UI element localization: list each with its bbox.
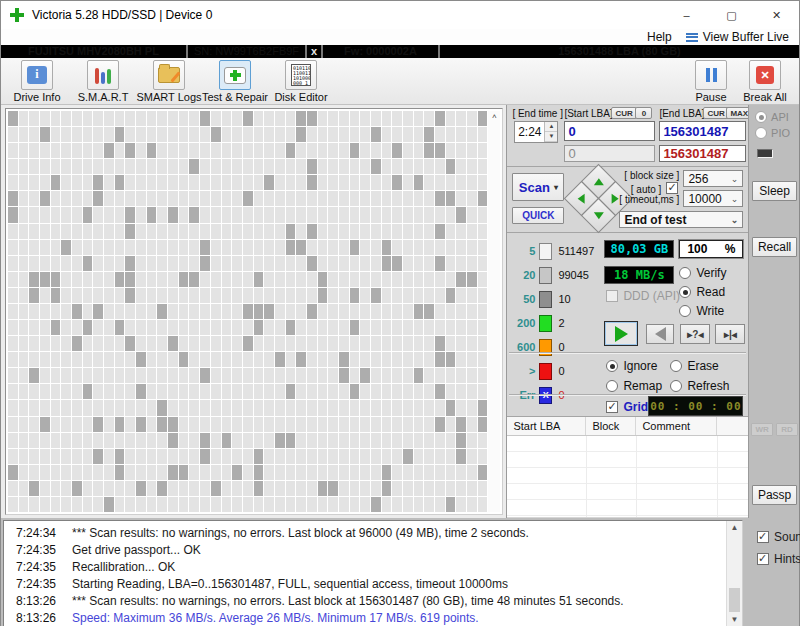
passp-button[interactable]: Passp <box>752 485 797 505</box>
action-radio[interactable]: Erase <box>670 359 718 373</box>
auto-checkbox[interactable] <box>666 182 678 194</box>
break-all-button[interactable]: ✕ Break All <box>739 60 791 103</box>
close-button[interactable]: ✕ <box>754 1 799 29</box>
serial-hide-button[interactable]: x <box>307 45 321 58</box>
col-start-lba[interactable]: Start LBA <box>507 417 586 435</box>
back-icon <box>655 327 666 341</box>
table-row[interactable] <box>507 468 748 484</box>
log-scrollbar[interactable]: ▲ ▼ <box>726 521 742 626</box>
table-row[interactable] <box>507 484 748 500</box>
legend-swatch <box>539 243 552 260</box>
menu-item-help[interactable]: Help <box>633 30 686 44</box>
radio-icon <box>755 111 767 123</box>
col-block[interactable]: Block <box>586 417 636 435</box>
percent-display: 100% <box>679 240 743 258</box>
seek-scan-icon: ▸?◂ <box>687 329 703 340</box>
checkbox-icon <box>606 290 618 302</box>
timeout-label: [ timeout,ms ] <box>611 194 679 205</box>
pause-button[interactable]: Pause <box>685 60 737 103</box>
control-panel: [ End time ] 2:24 ▲▼ [Start LBA] CUR 0 0… <box>506 105 748 518</box>
radio-icon <box>755 127 767 139</box>
timeout-select[interactable]: 10000⌄ <box>683 190 743 207</box>
arrow-down-icon <box>594 212 604 219</box>
start-cur-button[interactable]: CUR <box>611 107 636 119</box>
seek-end-icon: ▸|◂ <box>724 329 737 340</box>
back-button[interactable] <box>646 324 674 344</box>
table-row[interactable] <box>507 500 748 516</box>
radio-icon <box>679 305 691 317</box>
api-radio: API <box>755 111 789 123</box>
radio-icon <box>670 360 682 372</box>
elapsed-timer-lcd: 00 : 00 : 00 <box>648 396 743 416</box>
start-button[interactable] <box>604 321 638 346</box>
mode-radio[interactable]: Write <box>679 304 724 318</box>
smart-button[interactable]: S.M.A.R.T <box>73 60 133 103</box>
start-lba-label: [Start LBA] <box>564 108 612 119</box>
spin-down-icon[interactable]: ▼ <box>545 132 557 142</box>
view-buffer-live-button[interactable]: View Buffer Live <box>686 30 799 44</box>
maximize-button[interactable]: ▢ <box>709 1 754 29</box>
legend-row: 20 99045 <box>509 266 589 284</box>
end-lba-readout: 156301487 <box>659 145 746 162</box>
wr-button: WR <box>751 423 773 436</box>
play-icon <box>615 326 628 342</box>
activity-led <box>757 149 773 158</box>
seek-end-button[interactable]: ▸|◂ <box>715 324 745 344</box>
scroll-up-icon[interactable]: ▲ <box>727 523 742 532</box>
scroll-down-icon[interactable]: ▼ <box>727 615 742 624</box>
legend-row: 200 2 <box>509 314 564 332</box>
drive-model: FUJITSU MHV2080BH PL <box>1 45 186 58</box>
end-time-label: [ End time ] <box>512 108 563 119</box>
start-lba-readout: 0 <box>564 145 655 162</box>
sleep-button[interactable]: Sleep <box>752 181 797 201</box>
action-radio[interactable]: Remap <box>606 379 662 393</box>
block-grid-cells <box>8 111 487 512</box>
mode-radio[interactable]: Verify <box>679 266 726 280</box>
scan-dropdown-button[interactable]: Scan▾ <box>512 173 564 201</box>
ddd-api-checkbox: DDD (API) <box>606 289 680 303</box>
mode-radio[interactable]: Read <box>679 285 725 299</box>
recall-button[interactable]: Recall <box>752 237 797 257</box>
table-row[interactable] <box>507 452 748 468</box>
grid-checkbox[interactable]: Grid <box>606 400 648 414</box>
log-side-panel: Sound Hints <box>743 518 799 626</box>
scroll-thumb[interactable] <box>729 588 740 612</box>
start-lba-input[interactable]: 0 <box>564 121 655 141</box>
toolbar: i Drive Info S.M.A.R.T SMART Logs Test &… <box>1 58 799 105</box>
grid-scrollbar[interactable]: ˄ <box>488 111 500 512</box>
smart-logs-button[interactable]: SMART Logs <box>139 60 199 103</box>
end-cur-button[interactable]: CUR <box>703 107 728 119</box>
end-action-select[interactable]: End of test⌄ <box>619 211 743 228</box>
window-title: Victoria 5.28 HDD/SSD | Device 0 <box>32 8 212 22</box>
disk-editor-button[interactable]: 010110 110011 101000 000 1 Disk Editor <box>271 60 331 103</box>
drive-info-button[interactable]: i Drive Info <box>7 60 67 103</box>
block-grid: ˄ <box>5 108 503 515</box>
menu-bar: Help View Buffer Live <box>1 29 799 45</box>
minimize-button[interactable]: – <box>664 1 709 29</box>
checkbox-icon <box>757 553 769 565</box>
seek-scan-button[interactable]: ▸?◂ <box>680 324 710 344</box>
action-radio[interactable]: Ignore <box>606 359 657 373</box>
block-size-select[interactable]: 256⌄ <box>683 170 743 187</box>
col-comment[interactable]: Comment <box>636 417 717 435</box>
start-zero-button[interactable]: 0 <box>635 107 652 119</box>
end-lba-input[interactable]: 156301487 <box>659 121 746 141</box>
legend-row: 50 10 <box>509 290 570 308</box>
test-repair-button[interactable]: Test & Repair <box>205 60 265 103</box>
quick-button[interactable]: QUICK <box>512 207 564 224</box>
scroll-up-icon[interactable]: ˄ <box>488 111 500 123</box>
log-line: 7:24:34 *** Scan results: no warnings, n… <box>10 524 722 541</box>
sound-checkbox[interactable]: Sound <box>757 530 800 544</box>
hints-checkbox[interactable]: Hints <box>757 552 800 566</box>
buffer-list-icon <box>686 32 698 43</box>
chevron-down-icon: ⌄ <box>731 194 739 204</box>
pio-radio: PIO <box>755 127 790 139</box>
chevron-down-icon: ⌄ <box>731 215 739 225</box>
action-radio[interactable]: Refresh <box>670 379 729 393</box>
end-time-spinner[interactable]: 2:24 ▲▼ <box>514 121 558 143</box>
radio-icon <box>606 380 618 392</box>
table-row[interactable] <box>507 436 748 452</box>
first-aid-icon <box>224 67 246 84</box>
spin-up-icon[interactable]: ▲ <box>545 122 557 132</box>
checkbox-icon <box>606 401 618 413</box>
